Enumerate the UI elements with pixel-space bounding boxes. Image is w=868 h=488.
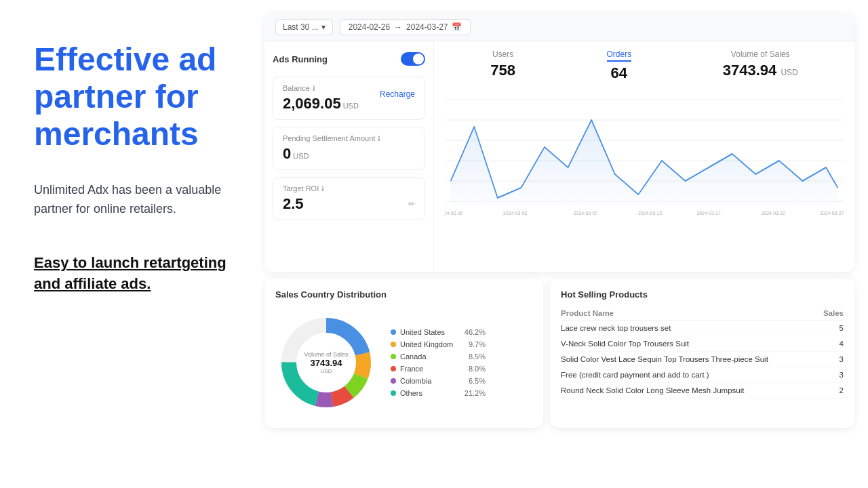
hot-card-title: Hot Selling Products: [561, 289, 844, 300]
pie-card-title: Sales Country Distribution: [275, 289, 532, 300]
legend-name: Canada: [400, 352, 465, 361]
svg-text:2024-03-07: 2024-03-07: [574, 210, 597, 217]
legend-pct: 8.5%: [469, 352, 486, 361]
product-sales: 2: [818, 383, 844, 399]
top-bar: Last 30 ... ▾ 2024-02-26 → 2024-03-27 📅: [264, 14, 854, 41]
legend-name: Others: [400, 389, 460, 397]
product-sales: 3: [818, 367, 844, 383]
product-sales: 4: [818, 336, 844, 352]
date-filter[interactable]: Last 30 ... ▾: [275, 19, 333, 35]
svg-text:2024-02-26: 2024-02-26: [445, 210, 462, 217]
table-row: Lace crew neck top trousers set5: [561, 321, 844, 336]
target-roi-label: Target ROI ℹ: [283, 184, 415, 192]
legend-pct: 21.2%: [465, 389, 486, 397]
recharge-button[interactable]: Recharge: [380, 89, 415, 99]
date-from: 2024-02-26: [349, 22, 390, 32]
product-sales: 3: [818, 352, 844, 367]
pending-settlement-box: Pending Settlement Amount ℹ 0 USD: [273, 127, 425, 170]
filter-label: Last 30 ...: [283, 22, 319, 32]
right-panel: Last 30 ... ▾ 2024-02-26 → 2024-03-27 📅 …: [258, 0, 868, 488]
edit-icon[interactable]: ✏: [408, 199, 415, 209]
description: Unlimited Adx has been a valuable partne…: [34, 180, 231, 220]
donut-chart: Volume of Sales 3743.94 USD: [275, 312, 377, 413]
stat-users: Users 758: [490, 49, 515, 82]
legend-pct: 8.0%: [469, 365, 486, 373]
balance-info-icon: ℹ: [313, 85, 315, 92]
stat-orders-value: 64: [607, 64, 632, 82]
stat-sales-value: 3743.94 USD: [723, 62, 798, 79]
ads-running-toggle[interactable]: [401, 52, 425, 66]
col-product-name: Product Name: [561, 306, 818, 321]
date-to: 2024-03-27: [406, 22, 448, 32]
balance-box: Balance ℹ 2,069.05 USD Recharge: [273, 77, 425, 120]
svg-text:2024-03-27: 2024-03-27: [820, 210, 844, 217]
legend-dot: [391, 366, 396, 371]
legend-name: United States: [400, 328, 460, 336]
svg-text:2024-03-12: 2024-03-12: [638, 210, 662, 217]
target-roi-box: Target ROI ℹ 2.5 ✏: [273, 177, 425, 220]
pending-label: Pending Settlement Amount ℹ: [283, 134, 415, 142]
legend-dot: [391, 342, 396, 347]
product-name: Free (credit card payment and add to car…: [561, 367, 818, 383]
legend-name: Colombia: [400, 377, 465, 385]
chart-stats: Users 758 Orders 64 Volume of Sales 3743…: [445, 49, 844, 82]
stat-sales: Volume of Sales 3743.94 USD: [723, 49, 798, 82]
donut-label: Volume of Sales 3743.94 USD: [304, 351, 348, 374]
legend-item: United Kingdom 9.7%: [391, 340, 486, 348]
legend-item: Colombia 6.5%: [391, 377, 486, 385]
bottom-row: Sales Country Distribution: [264, 279, 854, 428]
dashboard-main: Ads Running Balance ℹ 2,069.05 USD Rec: [264, 41, 854, 272]
product-name: Round Neck Solid Color Long Sleeve Mesh …: [561, 383, 818, 399]
date-range[interactable]: 2024-02-26 → 2024-03-27 📅: [340, 19, 471, 35]
chevron-down-icon: ▾: [321, 22, 326, 32]
table-row: Free (credit card payment and add to car…: [561, 367, 844, 383]
table-row: Round Neck Solid Color Long Sleeve Mesh …: [561, 383, 844, 399]
cta-link[interactable]: Easy to launch retartgeting and affiliat…: [34, 253, 231, 295]
legend-dot: [391, 390, 396, 396]
legend-name: United Kingdom: [400, 340, 465, 348]
legend-item: United States 46.2%: [391, 328, 486, 336]
product-sales: 5: [818, 321, 844, 336]
col-sales: Sales: [818, 306, 844, 321]
chart-svg: 0 1 2 3 4 5: [445, 93, 844, 225]
ads-running-row: Ads Running: [273, 49, 425, 68]
calendar-icon: 📅: [452, 22, 462, 32]
product-name: Lace crew neck top trousers set: [561, 321, 818, 336]
target-roi-value: 2.5: [283, 195, 304, 213]
stat-orders-label: Orders: [607, 49, 632, 62]
svg-text:2024-03-22: 2024-03-22: [762, 210, 785, 217]
table-row: Solid Color Vest Lace Sequin Top Trouser…: [561, 352, 844, 367]
legend-name: France: [400, 365, 465, 373]
line-chart: 0 1 2 3 4 5: [445, 93, 844, 228]
legend-dot: [391, 378, 396, 384]
donut-center-label: Volume of Sales: [304, 351, 348, 358]
stat-sales-label: Volume of Sales: [723, 49, 798, 59]
donut-center-unit: USD: [304, 368, 348, 374]
table-row: V-Neck Solid Color Top Trousers Suit4: [561, 336, 844, 352]
legend-pct: 6.5%: [469, 377, 486, 385]
left-panel: Effective ad partner for merchants Unlim…: [0, 0, 258, 488]
hot-products-table: Product Name Sales Lace crew neck top tr…: [561, 306, 844, 399]
legend-item: Canada 8.5%: [391, 352, 486, 361]
legend-dot: [391, 329, 396, 335]
stat-orders: Orders 64: [607, 49, 632, 82]
legend-pct: 46.2%: [465, 328, 486, 336]
product-name: V-Neck Solid Color Top Trousers Suit: [561, 336, 818, 352]
roi-info-icon: ℹ: [321, 185, 324, 192]
hot-products-card: Hot Selling Products Product Name Sales …: [550, 279, 854, 428]
arrow-icon: →: [394, 22, 402, 32]
pending-value: 0 USD: [283, 145, 415, 163]
legend-dot: [391, 354, 396, 359]
stat-users-label: Users: [490, 49, 515, 59]
ads-running-label: Ads Running: [273, 54, 328, 64]
svg-text:2024-03-17: 2024-03-17: [696, 210, 720, 217]
donut-center-value: 3743.94: [304, 358, 348, 368]
dashboard-card: Last 30 ... ▾ 2024-02-26 → 2024-03-27 📅 …: [264, 14, 854, 272]
pie-content: Volume of Sales 3743.94 USD United State…: [275, 308, 532, 417]
widget-panel: Ads Running Balance ℹ 2,069.05 USD Rec: [264, 41, 434, 272]
legend-pct: 9.7%: [469, 340, 486, 348]
pie-card: Sales Country Distribution: [264, 279, 543, 428]
legend-item: France 8.0%: [391, 365, 486, 373]
pending-info-icon: ℹ: [378, 135, 380, 142]
headline: Effective ad partner for merchants: [34, 41, 231, 153]
